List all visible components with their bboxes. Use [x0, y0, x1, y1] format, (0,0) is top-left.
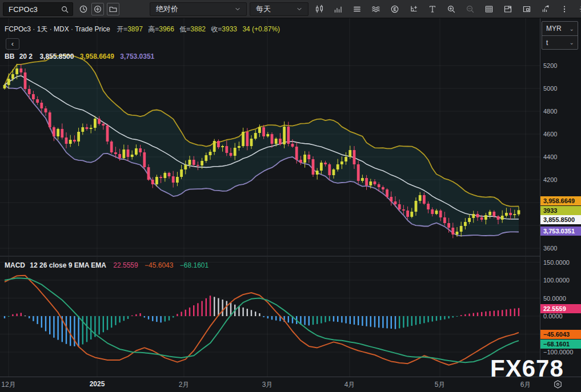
- legend-collapse-button[interactable]: ‹: [6, 38, 19, 50]
- last-price-label: 3933: [540, 206, 581, 215]
- price-scale-mode-dropdown[interactable]: 绝对价: [150, 2, 247, 16]
- tradingview-chart-window: FCPOc3 绝对价 每天 17 FCPOc3 ·: [0, 0, 581, 392]
- time-axis-label: 12月: [1, 380, 15, 390]
- bar-chart-compare-icon[interactable]: [332, 3, 344, 15]
- macd-line-axis-label: −45.6043: [540, 330, 581, 339]
- indicators-waves-icon[interactable]: [370, 3, 382, 15]
- axis-settings-icon[interactable]: [553, 379, 563, 391]
- macd-hist-value: 22.5559: [113, 261, 138, 269]
- toolbar-icon-strip: 17: [313, 3, 581, 15]
- macd-signal-axis-label: −68.1601: [540, 340, 581, 349]
- high-label: 高=: [148, 25, 159, 33]
- bb-lower-price-label: 3,753.0351: [540, 227, 581, 236]
- settings-gear-icon[interactable]: [577, 3, 581, 15]
- main-series-legend[interactable]: FCPOc3 · 1天 · MDX · Trade Price 开=3897 高…: [5, 25, 280, 34]
- folder-icon[interactable]: [107, 3, 119, 15]
- open-value: 3897: [127, 25, 143, 33]
- price-axis-tick: 50.0000: [543, 294, 566, 302]
- price-axis-tick: 3600: [543, 244, 557, 252]
- text-tool-icon[interactable]: [426, 3, 439, 15]
- symbol-text: FCPOc3: [9, 5, 60, 14]
- open-label: 开=: [117, 25, 127, 33]
- clock-icon[interactable]: [77, 3, 90, 15]
- price-axis-tick: −100.0000: [543, 348, 573, 356]
- close-value: 3933: [222, 25, 237, 33]
- unit-label: t: [546, 39, 548, 47]
- currency-dropdown[interactable]: MYR ⌄: [542, 22, 578, 35]
- price-axis-tick: 4200: [543, 176, 557, 184]
- macd-hist-axis-label: 22.5559: [540, 304, 581, 313]
- search-icon: [60, 5, 69, 14]
- bb-params: 20 2: [19, 52, 33, 60]
- macd-legend[interactable]: MACD 12 26 close 9 EMA EMA 22.5559 −45.6…: [5, 261, 209, 269]
- bb-upper-value: 3,958.6649: [80, 52, 114, 60]
- macd-name: MACD: [5, 261, 25, 269]
- bb-upper-price-label: 3,958.6649: [540, 196, 581, 205]
- macd-params: 12 26 close 9 EMA EMA: [30, 261, 106, 269]
- chevron-left-icon: ‹: [11, 39, 14, 48]
- legend-series-type: Trade Price: [75, 25, 110, 33]
- price-axis-tick: 5200: [543, 62, 557, 70]
- price-axis-tick: 150.0000: [543, 258, 570, 266]
- low-label: 低=: [179, 25, 190, 33]
- pip-window-icon[interactable]: [520, 3, 533, 15]
- right-price-axis[interactable]: MYR ⌄ t ⌄ 520050004800460044004200360015…: [540, 18, 581, 377]
- axis-unit-selector: MYR ⌄ t ⌄: [542, 21, 578, 50]
- time-axis-label: 3月: [262, 380, 273, 390]
- price-axis-tick: 5000: [543, 84, 557, 92]
- change-value: 34 (+0.87%): [242, 25, 280, 33]
- price-axis-tick: 100.0000: [543, 276, 570, 284]
- candlestick-style-icon[interactable]: [313, 3, 326, 15]
- price-axis-tick: 4800: [543, 107, 557, 115]
- kebab-menu-icon[interactable]: [558, 3, 571, 15]
- time-axis-label: 4月: [344, 380, 355, 390]
- bollinger-legend[interactable]: BB 20 2 3,855.8500 3,958.6649 3,753.0351: [5, 52, 154, 60]
- chart-export-icon[interactable]: [539, 3, 552, 15]
- top-toolbar: FCPOc3 绝对价 每天 17: [0, 0, 581, 18]
- macd-canvas[interactable]: [0, 257, 540, 377]
- add-circle-icon[interactable]: [91, 3, 104, 15]
- zoom-out-icon[interactable]: [464, 3, 476, 15]
- macd-signal-value: −68.1601: [180, 261, 209, 269]
- chevron-down-icon: ⌄: [570, 39, 574, 46]
- chevron-down-icon: [234, 3, 242, 15]
- price-scale-mode-label: 绝对价: [156, 4, 234, 14]
- circled-e-icon[interactable]: [388, 3, 401, 15]
- interval-label: 每天: [256, 4, 295, 14]
- low-value: 3882: [190, 25, 206, 33]
- macd-line-value: −45.6043: [145, 261, 173, 269]
- close-label: 收=: [211, 25, 222, 33]
- time-axis-label: 2025: [90, 380, 105, 388]
- bb-basis-value: 3,855.8500: [39, 52, 74, 60]
- bb-lower-value: 3,753.0351: [120, 52, 154, 60]
- chevron-down-icon: [295, 3, 303, 15]
- macd-pane[interactable]: [0, 257, 540, 377]
- legend-symbol: FCPOc3: [5, 25, 31, 33]
- unit-dropdown[interactable]: t ⌄: [542, 35, 578, 49]
- layout-add-icon[interactable]: [502, 3, 514, 15]
- bb-basis-price-label: 3,855.8500: [540, 215, 581, 224]
- legend-interval: 1天: [37, 25, 48, 33]
- interval-dropdown[interactable]: 每天: [250, 2, 308, 16]
- grid-table-icon[interactable]: [483, 3, 495, 15]
- measure-icon[interactable]: [407, 3, 420, 15]
- currency-label: MYR: [546, 25, 562, 33]
- axis-horizontal-separator: [0, 377, 581, 377]
- time-axis[interactable]: 12月20252月3月4月5月6月: [0, 377, 540, 392]
- time-axis-label: 2月: [179, 380, 190, 390]
- price-axis-tick: 0.0000: [543, 312, 563, 320]
- bb-name: BB: [5, 52, 14, 60]
- time-axis-label: 6月: [520, 380, 531, 390]
- chevron-down-icon: ⌄: [570, 26, 574, 32]
- price-axis-tick: 4400: [543, 153, 557, 161]
- symbol-search-input[interactable]: FCPOc3: [3, 2, 73, 16]
- price-axis-tick: 4600: [543, 130, 557, 138]
- time-axis-label: 5月: [435, 380, 446, 390]
- legend-exchange: MDX: [54, 25, 69, 33]
- rows-list-icon[interactable]: [351, 3, 363, 15]
- zoom-in-icon[interactable]: [445, 3, 458, 15]
- high-value: 3966: [159, 25, 174, 33]
